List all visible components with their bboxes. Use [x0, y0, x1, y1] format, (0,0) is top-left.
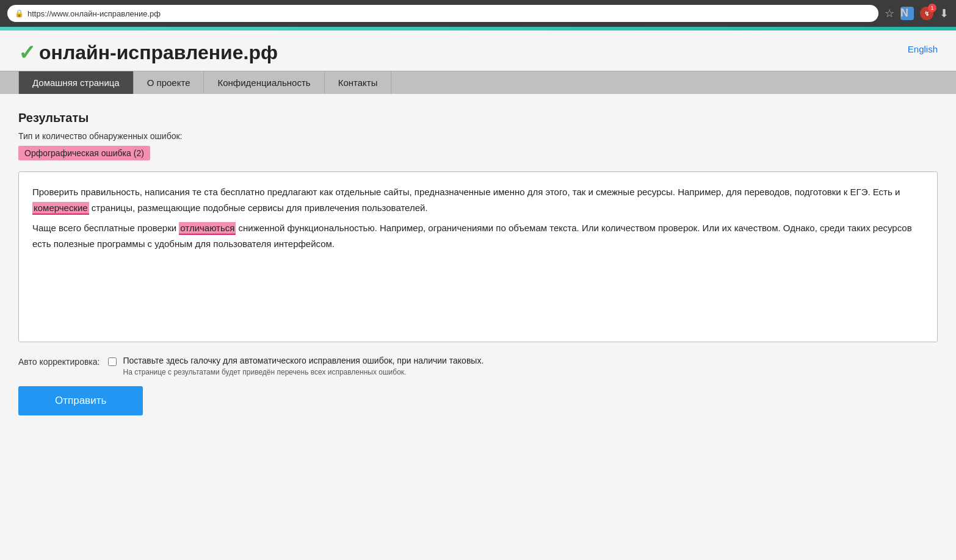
bookmark-icon[interactable]: ☆	[885, 7, 894, 20]
results-title: Результаты	[18, 111, 938, 125]
download-icon[interactable]: ⬇	[940, 7, 949, 20]
logo-text: онлайн-исправление.рф	[39, 41, 278, 64]
error-type-label: Тип и количество обнаруженных ошибок:	[18, 131, 938, 141]
submit-button[interactable]: Отправить	[18, 386, 143, 415]
text-display-box: Проверить правильность, написания те ста…	[18, 171, 938, 342]
text-paragraph-1: Проверить правильность, написания те ста…	[32, 184, 924, 215]
autocorrect-label: Авто корректировка:	[18, 357, 100, 367]
error-highlight-1: комерческие	[32, 202, 89, 215]
nav-item-about[interactable]: О проекте	[134, 71, 205, 94]
main-content: Результаты Тип и количество обнаруженных…	[0, 94, 956, 434]
autocorrect-description: Поставьте здесь галочку для автоматическ…	[123, 356, 483, 376]
address-bar[interactable]: 🔒 https://www.онлайн-исправление.рф	[7, 5, 878, 22]
text-p1-after: страницы, размещающие подобные сервисы д…	[89, 203, 428, 213]
text-p2-before: Чаще всего бесплатные проверки	[32, 223, 179, 233]
url-text: https://www.онлайн-исправление.рф	[27, 9, 161, 18]
nav-item-contacts[interactable]: Контакты	[325, 71, 392, 94]
error-badge: Орфографическая ошибка (2)	[18, 146, 150, 160]
autocorrect-row: Авто корректировка: Поставьте здесь гало…	[18, 356, 938, 376]
site-logo: ✓ онлайн-исправление.рф	[18, 40, 278, 65]
page-content: ✓ онлайн-исправление.рф English Домашняя…	[0, 31, 956, 560]
lock-icon: 🔒	[15, 9, 24, 18]
autocorrect-checkbox[interactable]	[108, 357, 117, 366]
extension-icon[interactable]: N	[900, 7, 914, 20]
text-p1-before: Проверить правильность, написания те ста…	[32, 187, 900, 197]
autocorrect-sub-text: На странице с результатами будет приведё…	[123, 368, 483, 376]
logo-checkmark: ✓	[18, 40, 35, 65]
browser-chrome: 🔒 https://www.онлайн-исправление.рф ☆ N …	[0, 0, 956, 27]
browser-actions: ☆ N ↯ 1 ⬇	[885, 7, 949, 20]
nav-item-privacy[interactable]: Конфиденциальность	[204, 71, 324, 94]
extension-badge-icon[interactable]: ↯ 1	[920, 7, 933, 20]
text-paragraph-2: Чаще всего бесплатные проверки отличають…	[32, 220, 924, 251]
site-nav: Домашняя страница О проекте Конфиденциал…	[0, 71, 956, 94]
site-header: ✓ онлайн-исправление.рф English	[0, 31, 956, 71]
language-link[interactable]: English	[908, 44, 938, 54]
autocorrect-main-text: Поставьте здесь галочку для автоматическ…	[123, 356, 483, 365]
nav-fill	[391, 71, 938, 94]
nav-item-home[interactable]: Домашняя страница	[18, 71, 134, 94]
error-highlight-2: отличаються	[179, 222, 236, 235]
